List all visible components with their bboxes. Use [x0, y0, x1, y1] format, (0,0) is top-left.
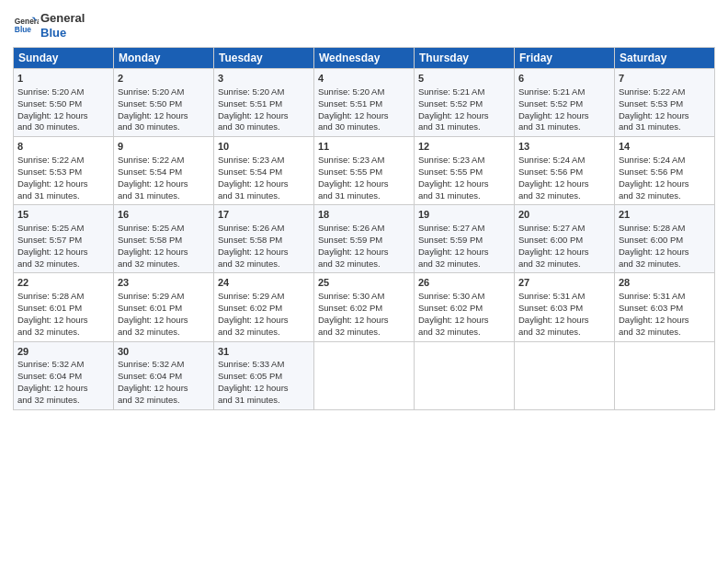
day-info-line: Daylight: 12 hours [318, 315, 410, 327]
day-info-line: Daylight: 12 hours [17, 383, 109, 395]
day-info-line: Sunset: 6:02 PM [318, 303, 410, 315]
calendar-cell: 11Sunrise: 5:23 AMSunset: 5:55 PMDayligh… [314, 137, 415, 205]
weekday-header-thursday: Thursday [415, 48, 515, 69]
day-info-line: Sunset: 6:00 PM [518, 235, 610, 247]
calendar-cell: 9Sunrise: 5:22 AMSunset: 5:54 PMDaylight… [114, 137, 214, 205]
day-info-line: and 32 minutes. [619, 190, 711, 202]
day-info-line: Sunset: 6:03 PM [518, 303, 610, 315]
day-info-line: Sunset: 6:04 PM [17, 371, 109, 383]
day-info-line: Daylight: 12 hours [619, 178, 711, 190]
day-info-line: and 32 minutes. [518, 190, 610, 202]
day-info-line: and 31 minutes. [619, 121, 711, 133]
logo-line1: General [40, 11, 85, 26]
day-info-line: Daylight: 12 hours [17, 178, 109, 190]
day-info-line: Sunset: 5:50 PM [17, 98, 109, 110]
day-number: 28 [619, 276, 711, 290]
day-info-line: Sunrise: 5:21 AM [418, 86, 510, 98]
day-info-line: Daylight: 12 hours [418, 315, 510, 327]
day-number: 8 [17, 140, 109, 154]
day-info-line: Sunset: 5:58 PM [218, 235, 310, 247]
weekday-header-sunday: Sunday [14, 48, 114, 69]
day-number: 6 [518, 72, 610, 86]
header: General Blue General Blue [13, 11, 715, 40]
day-info-line: Sunset: 5:59 PM [418, 235, 510, 247]
calendar-cell: 30Sunrise: 5:32 AMSunset: 6:04 PMDayligh… [114, 341, 214, 409]
day-info-line: Sunset: 6:01 PM [118, 303, 210, 315]
day-info-line: Sunset: 5:52 PM [418, 98, 510, 110]
day-info-line: Sunset: 5:52 PM [518, 98, 610, 110]
day-info-line: and 31 minutes. [418, 121, 510, 133]
calendar-cell: 13Sunrise: 5:24 AMSunset: 5:56 PMDayligh… [515, 137, 615, 205]
day-number: 13 [518, 140, 610, 154]
calendar-cell: 20Sunrise: 5:27 AMSunset: 6:00 PMDayligh… [515, 205, 615, 273]
day-info-line: and 30 minutes. [218, 121, 310, 133]
day-info-line: Sunrise: 5:21 AM [518, 86, 610, 98]
day-info-line: Sunrise: 5:22 AM [118, 155, 210, 167]
calendar-cell: 15Sunrise: 5:25 AMSunset: 5:57 PMDayligh… [14, 205, 114, 273]
day-info-line: Sunrise: 5:23 AM [418, 155, 510, 167]
day-info-line: Sunrise: 5:24 AM [619, 155, 711, 167]
day-number: 10 [218, 140, 310, 154]
day-info-line: and 31 minutes. [118, 190, 210, 202]
day-info-line: Sunrise: 5:27 AM [518, 223, 610, 235]
day-info-line: Daylight: 12 hours [418, 110, 510, 122]
calendar-cell: 2Sunrise: 5:20 AMSunset: 5:50 PMDaylight… [114, 69, 214, 137]
day-number: 21 [619, 208, 711, 222]
logo-line2: Blue [40, 26, 85, 40]
calendar-cell [415, 341, 515, 409]
day-info-line: Sunrise: 5:31 AM [619, 291, 711, 303]
day-info-line: and 32 minutes. [518, 259, 610, 270]
day-info-line: and 31 minutes. [318, 190, 410, 202]
logo: General Blue General Blue [13, 11, 85, 40]
day-info-line: and 32 minutes. [118, 327, 210, 339]
day-info-line: Sunrise: 5:28 AM [619, 223, 711, 235]
day-info-line: and 31 minutes. [418, 190, 510, 202]
day-number: 19 [418, 208, 510, 222]
calendar-cell: 18Sunrise: 5:26 AMSunset: 5:59 PMDayligh… [314, 205, 415, 273]
day-info-line: Daylight: 12 hours [418, 247, 510, 259]
day-info-line: Sunrise: 5:30 AM [418, 291, 510, 303]
day-info-line: and 30 minutes. [118, 121, 210, 133]
day-info-line: Sunrise: 5:24 AM [518, 155, 610, 167]
day-number: 2 [118, 72, 210, 86]
calendar-cell: 6Sunrise: 5:21 AMSunset: 5:52 PMDaylight… [515, 69, 615, 137]
day-info-line: Sunrise: 5:26 AM [318, 223, 410, 235]
day-number: 18 [318, 208, 410, 222]
day-info-line: Daylight: 12 hours [619, 315, 711, 327]
day-info-line: Sunset: 5:57 PM [17, 235, 109, 247]
day-info-line: Sunset: 6:00 PM [619, 235, 711, 247]
day-info-line: Daylight: 12 hours [218, 247, 310, 259]
day-info-line: Sunrise: 5:29 AM [118, 291, 210, 303]
calendar-cell: 8Sunrise: 5:22 AMSunset: 5:53 PMDaylight… [14, 137, 114, 205]
day-number: 4 [318, 72, 410, 86]
calendar-body: 1Sunrise: 5:20 AMSunset: 5:50 PMDaylight… [14, 69, 715, 409]
day-info-line: and 32 minutes. [418, 259, 510, 270]
day-info-line: and 32 minutes. [318, 327, 410, 339]
calendar-cell: 12Sunrise: 5:23 AMSunset: 5:55 PMDayligh… [415, 137, 515, 205]
day-info-line: Sunset: 5:55 PM [418, 167, 510, 178]
calendar-cell: 25Sunrise: 5:30 AMSunset: 6:02 PMDayligh… [314, 273, 415, 341]
day-info-line: Sunset: 5:53 PM [619, 98, 711, 110]
day-info-line: Sunrise: 5:30 AM [318, 291, 410, 303]
day-info-line: and 32 minutes. [218, 259, 310, 270]
day-info-line: Sunrise: 5:32 AM [118, 359, 210, 371]
day-number: 9 [118, 140, 210, 154]
weekday-header-friday: Friday [515, 48, 615, 69]
day-number: 1 [17, 72, 109, 86]
calendar-cell: 4Sunrise: 5:20 AMSunset: 5:51 PMDaylight… [314, 69, 415, 137]
day-info-line: and 32 minutes. [619, 259, 711, 270]
day-info-line: Daylight: 12 hours [619, 110, 711, 122]
day-info-line: Sunrise: 5:20 AM [218, 86, 310, 98]
day-info-line: Sunset: 6:02 PM [418, 303, 510, 315]
day-info-line: Sunrise: 5:22 AM [17, 155, 109, 167]
day-info-line: and 32 minutes. [118, 395, 210, 407]
day-info-line: and 30 minutes. [17, 121, 109, 133]
day-info-line: Sunrise: 5:26 AM [218, 223, 310, 235]
day-info-line: Sunrise: 5:20 AM [318, 86, 410, 98]
day-info-line: Daylight: 12 hours [518, 315, 610, 327]
day-number: 12 [418, 140, 510, 154]
day-info-line: Daylight: 12 hours [619, 247, 711, 259]
day-info-line: Daylight: 12 hours [318, 110, 410, 122]
calendar-cell [314, 341, 415, 409]
day-info-line: Daylight: 12 hours [17, 315, 109, 327]
